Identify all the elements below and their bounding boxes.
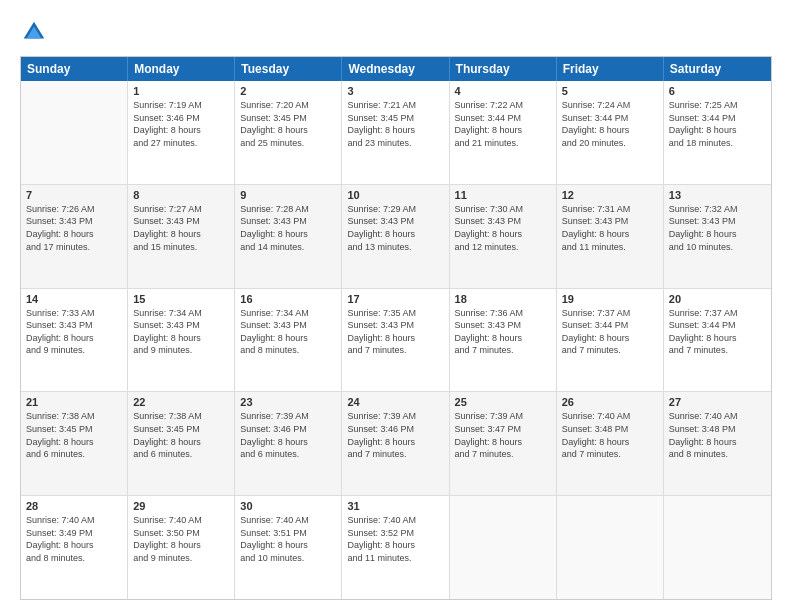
cell-info: Sunrise: 7:40 AM Sunset: 3:50 PM Dayligh… (133, 514, 229, 564)
cell-info: Sunrise: 7:38 AM Sunset: 3:45 PM Dayligh… (133, 410, 229, 460)
calendar-cell: 12Sunrise: 7:31 AM Sunset: 3:43 PM Dayli… (557, 185, 664, 288)
cell-day-number: 22 (133, 396, 229, 408)
calendar-row: 28Sunrise: 7:40 AM Sunset: 3:49 PM Dayli… (21, 496, 771, 599)
cell-day-number: 27 (669, 396, 766, 408)
cell-info: Sunrise: 7:40 AM Sunset: 3:48 PM Dayligh… (562, 410, 658, 460)
calendar-row: 1Sunrise: 7:19 AM Sunset: 3:46 PM Daylig… (21, 81, 771, 185)
cell-day-number: 8 (133, 189, 229, 201)
calendar-cell: 16Sunrise: 7:34 AM Sunset: 3:43 PM Dayli… (235, 289, 342, 392)
page: SundayMondayTuesdayWednesdayThursdayFrid… (0, 0, 792, 612)
calendar-row: 21Sunrise: 7:38 AM Sunset: 3:45 PM Dayli… (21, 392, 771, 496)
calendar-cell: 17Sunrise: 7:35 AM Sunset: 3:43 PM Dayli… (342, 289, 449, 392)
cell-day-number: 23 (240, 396, 336, 408)
header-cell-sunday: Sunday (21, 57, 128, 81)
calendar-cell: 5Sunrise: 7:24 AM Sunset: 3:44 PM Daylig… (557, 81, 664, 184)
calendar-cell: 29Sunrise: 7:40 AM Sunset: 3:50 PM Dayli… (128, 496, 235, 599)
cell-info: Sunrise: 7:36 AM Sunset: 3:43 PM Dayligh… (455, 307, 551, 357)
calendar-cell: 15Sunrise: 7:34 AM Sunset: 3:43 PM Dayli… (128, 289, 235, 392)
cell-info: Sunrise: 7:34 AM Sunset: 3:43 PM Dayligh… (240, 307, 336, 357)
calendar-cell: 1Sunrise: 7:19 AM Sunset: 3:46 PM Daylig… (128, 81, 235, 184)
calendar-row: 7Sunrise: 7:26 AM Sunset: 3:43 PM Daylig… (21, 185, 771, 289)
cell-info: Sunrise: 7:37 AM Sunset: 3:44 PM Dayligh… (669, 307, 766, 357)
calendar-cell: 6Sunrise: 7:25 AM Sunset: 3:44 PM Daylig… (664, 81, 771, 184)
cell-info: Sunrise: 7:39 AM Sunset: 3:46 PM Dayligh… (240, 410, 336, 460)
cell-info: Sunrise: 7:28 AM Sunset: 3:43 PM Dayligh… (240, 203, 336, 253)
calendar-cell: 31Sunrise: 7:40 AM Sunset: 3:52 PM Dayli… (342, 496, 449, 599)
cell-day-number: 7 (26, 189, 122, 201)
cell-info: Sunrise: 7:31 AM Sunset: 3:43 PM Dayligh… (562, 203, 658, 253)
cell-day-number: 11 (455, 189, 551, 201)
cell-info: Sunrise: 7:37 AM Sunset: 3:44 PM Dayligh… (562, 307, 658, 357)
calendar-cell: 3Sunrise: 7:21 AM Sunset: 3:45 PM Daylig… (342, 81, 449, 184)
calendar-cell: 18Sunrise: 7:36 AM Sunset: 3:43 PM Dayli… (450, 289, 557, 392)
calendar-cell: 28Sunrise: 7:40 AM Sunset: 3:49 PM Dayli… (21, 496, 128, 599)
calendar-cell: 27Sunrise: 7:40 AM Sunset: 3:48 PM Dayli… (664, 392, 771, 495)
cell-day-number: 29 (133, 500, 229, 512)
cell-day-number: 9 (240, 189, 336, 201)
cell-info: Sunrise: 7:32 AM Sunset: 3:43 PM Dayligh… (669, 203, 766, 253)
calendar-cell: 11Sunrise: 7:30 AM Sunset: 3:43 PM Dayli… (450, 185, 557, 288)
calendar-cell (664, 496, 771, 599)
logo (20, 18, 52, 46)
cell-day-number: 25 (455, 396, 551, 408)
cell-day-number: 17 (347, 293, 443, 305)
cell-day-number: 5 (562, 85, 658, 97)
cell-day-number: 18 (455, 293, 551, 305)
header-cell-saturday: Saturday (664, 57, 771, 81)
cell-day-number: 10 (347, 189, 443, 201)
calendar-cell: 21Sunrise: 7:38 AM Sunset: 3:45 PM Dayli… (21, 392, 128, 495)
cell-info: Sunrise: 7:26 AM Sunset: 3:43 PM Dayligh… (26, 203, 122, 253)
calendar-cell (21, 81, 128, 184)
calendar-cell: 10Sunrise: 7:29 AM Sunset: 3:43 PM Dayli… (342, 185, 449, 288)
cell-info: Sunrise: 7:27 AM Sunset: 3:43 PM Dayligh… (133, 203, 229, 253)
calendar-cell: 14Sunrise: 7:33 AM Sunset: 3:43 PM Dayli… (21, 289, 128, 392)
header-cell-wednesday: Wednesday (342, 57, 449, 81)
logo-icon (20, 18, 48, 46)
calendar: SundayMondayTuesdayWednesdayThursdayFrid… (20, 56, 772, 600)
calendar-cell: 13Sunrise: 7:32 AM Sunset: 3:43 PM Dayli… (664, 185, 771, 288)
calendar-cell (450, 496, 557, 599)
cell-day-number: 30 (240, 500, 336, 512)
cell-day-number: 16 (240, 293, 336, 305)
cell-info: Sunrise: 7:40 AM Sunset: 3:51 PM Dayligh… (240, 514, 336, 564)
cell-info: Sunrise: 7:33 AM Sunset: 3:43 PM Dayligh… (26, 307, 122, 357)
cell-info: Sunrise: 7:19 AM Sunset: 3:46 PM Dayligh… (133, 99, 229, 149)
cell-day-number: 24 (347, 396, 443, 408)
calendar-cell: 20Sunrise: 7:37 AM Sunset: 3:44 PM Dayli… (664, 289, 771, 392)
cell-info: Sunrise: 7:29 AM Sunset: 3:43 PM Dayligh… (347, 203, 443, 253)
header-cell-tuesday: Tuesday (235, 57, 342, 81)
cell-info: Sunrise: 7:39 AM Sunset: 3:46 PM Dayligh… (347, 410, 443, 460)
header (20, 18, 772, 46)
cell-day-number: 2 (240, 85, 336, 97)
calendar-body: 1Sunrise: 7:19 AM Sunset: 3:46 PM Daylig… (21, 81, 771, 599)
calendar-row: 14Sunrise: 7:33 AM Sunset: 3:43 PM Dayli… (21, 289, 771, 393)
cell-info: Sunrise: 7:30 AM Sunset: 3:43 PM Dayligh… (455, 203, 551, 253)
cell-day-number: 31 (347, 500, 443, 512)
cell-info: Sunrise: 7:20 AM Sunset: 3:45 PM Dayligh… (240, 99, 336, 149)
calendar-cell: 24Sunrise: 7:39 AM Sunset: 3:46 PM Dayli… (342, 392, 449, 495)
cell-day-number: 20 (669, 293, 766, 305)
cell-info: Sunrise: 7:25 AM Sunset: 3:44 PM Dayligh… (669, 99, 766, 149)
calendar-cell: 26Sunrise: 7:40 AM Sunset: 3:48 PM Dayli… (557, 392, 664, 495)
cell-info: Sunrise: 7:34 AM Sunset: 3:43 PM Dayligh… (133, 307, 229, 357)
calendar-cell: 9Sunrise: 7:28 AM Sunset: 3:43 PM Daylig… (235, 185, 342, 288)
cell-info: Sunrise: 7:22 AM Sunset: 3:44 PM Dayligh… (455, 99, 551, 149)
calendar-cell: 19Sunrise: 7:37 AM Sunset: 3:44 PM Dayli… (557, 289, 664, 392)
cell-day-number: 15 (133, 293, 229, 305)
cell-day-number: 1 (133, 85, 229, 97)
cell-info: Sunrise: 7:21 AM Sunset: 3:45 PM Dayligh… (347, 99, 443, 149)
calendar-cell (557, 496, 664, 599)
cell-day-number: 4 (455, 85, 551, 97)
header-cell-thursday: Thursday (450, 57, 557, 81)
calendar-cell: 8Sunrise: 7:27 AM Sunset: 3:43 PM Daylig… (128, 185, 235, 288)
cell-info: Sunrise: 7:38 AM Sunset: 3:45 PM Dayligh… (26, 410, 122, 460)
calendar-cell: 22Sunrise: 7:38 AM Sunset: 3:45 PM Dayli… (128, 392, 235, 495)
calendar-cell: 2Sunrise: 7:20 AM Sunset: 3:45 PM Daylig… (235, 81, 342, 184)
cell-info: Sunrise: 7:40 AM Sunset: 3:52 PM Dayligh… (347, 514, 443, 564)
cell-day-number: 21 (26, 396, 122, 408)
calendar-cell: 25Sunrise: 7:39 AM Sunset: 3:47 PM Dayli… (450, 392, 557, 495)
calendar-cell: 23Sunrise: 7:39 AM Sunset: 3:46 PM Dayli… (235, 392, 342, 495)
cell-day-number: 26 (562, 396, 658, 408)
calendar-header: SundayMondayTuesdayWednesdayThursdayFrid… (21, 57, 771, 81)
cell-info: Sunrise: 7:39 AM Sunset: 3:47 PM Dayligh… (455, 410, 551, 460)
